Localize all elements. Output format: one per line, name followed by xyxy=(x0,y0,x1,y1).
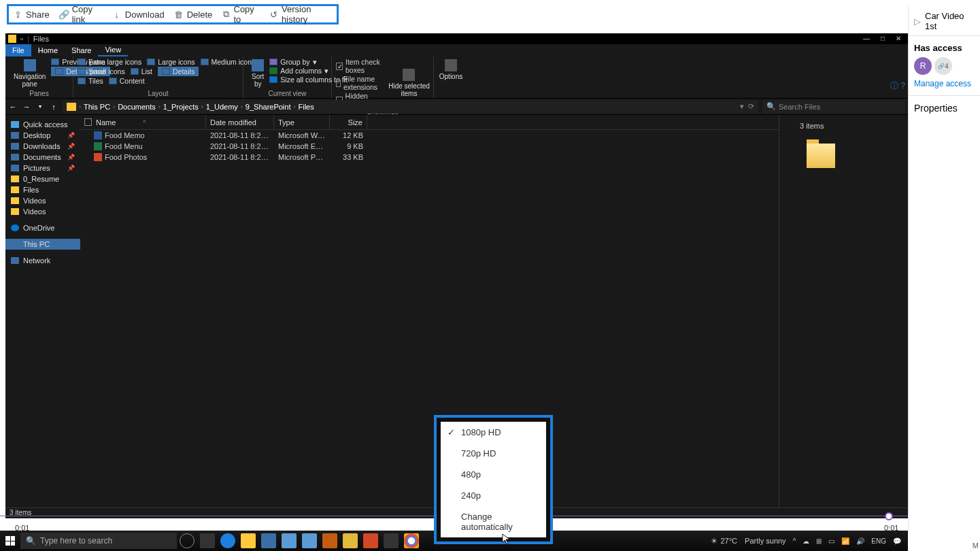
crumb-sharepoint[interactable]: 9_SharePoint xyxy=(246,103,291,111)
nav-network[interactable]: Network xyxy=(5,255,80,266)
layout-content[interactable]: Content xyxy=(109,77,145,85)
volume-icon[interactable]: 🔊 xyxy=(856,537,864,545)
titlebar-icon-small: ▫ xyxy=(20,35,23,43)
maximize-button[interactable]: □ xyxy=(881,35,885,42)
quality-option[interactable]: 480p xyxy=(441,464,546,485)
nav-quick-access[interactable]: Quick access xyxy=(5,119,80,130)
tab-home[interactable]: Home xyxy=(31,44,65,56)
layout-small[interactable]: Small icons xyxy=(78,67,125,76)
download-button[interactable]: ↓Download xyxy=(112,10,165,20)
nav-videos[interactable]: Videos xyxy=(5,195,80,206)
delete-button[interactable]: 🗑Delete xyxy=(174,10,213,20)
sort-by-button[interactable]: Sort by xyxy=(248,58,268,89)
search-box[interactable]: 🔍 Search Files xyxy=(762,100,905,114)
tray-icon[interactable]: ⊞ xyxy=(816,537,822,545)
nav-onedrive[interactable]: OneDrive xyxy=(5,222,80,233)
avatar-count[interactable]: 🔗4 xyxy=(934,57,952,75)
weather-widget[interactable]: ☀27°C Partly sunny xyxy=(711,537,785,546)
language-indicator[interactable]: ENG xyxy=(871,537,886,545)
edge-icon[interactable] xyxy=(220,533,235,548)
recent-button[interactable]: ▾ xyxy=(35,102,45,112)
up-button[interactable]: ↑ xyxy=(49,102,58,112)
layout-list[interactable]: List xyxy=(131,67,152,76)
col-type[interactable]: Type xyxy=(274,115,330,129)
chrome-icon[interactable] xyxy=(404,533,419,548)
nav-downloads[interactable]: Downloads📌 xyxy=(5,141,80,152)
cortana-icon[interactable] xyxy=(180,533,195,548)
refresh-button[interactable]: ⟳ xyxy=(748,102,754,111)
documents-icon xyxy=(11,154,19,161)
folder-icon xyxy=(11,186,19,193)
quality-option[interactable]: Change automatically xyxy=(441,506,546,537)
layout-extra-large[interactable]: Extra large icons xyxy=(78,58,141,66)
tab-file[interactable]: File xyxy=(5,44,31,56)
crumb-documents[interactable]: Documents xyxy=(118,103,156,111)
app-icon[interactable] xyxy=(384,533,399,548)
manage-access-link[interactable]: Manage access xyxy=(914,79,975,88)
nav-files[interactable]: Files xyxy=(5,184,80,195)
tab-share[interactable]: Share xyxy=(65,44,98,56)
crumb-files[interactable]: Files xyxy=(299,103,314,111)
crumb-thispc[interactable]: This PC xyxy=(84,103,110,111)
nav-documents[interactable]: Documents📌 xyxy=(5,152,80,163)
nav-desktop[interactable]: Desktop📌 xyxy=(5,130,80,141)
trash-icon: 🗑 xyxy=(174,10,184,19)
select-all-checkbox[interactable] xyxy=(84,118,92,126)
col-name[interactable]: Name^ xyxy=(80,115,206,129)
start-button[interactable] xyxy=(0,531,20,551)
seek-thumb[interactable] xyxy=(885,512,893,520)
app-icon[interactable] xyxy=(363,533,378,548)
folder-large-icon xyxy=(807,144,835,168)
navigation-pane-button[interactable]: Navigation pane xyxy=(10,58,50,89)
file-size: 9 KB xyxy=(330,142,367,150)
col-date[interactable]: Date modified xyxy=(206,115,274,129)
tab-view[interactable]: View xyxy=(98,44,128,56)
copy-to-button[interactable]: ⧉Copy to xyxy=(222,4,260,24)
task-view-icon[interactable] xyxy=(200,533,215,548)
ribbon-help-button[interactable]: ⓘ ? xyxy=(890,80,905,92)
store-icon[interactable] xyxy=(261,533,276,548)
onedrive-tray-icon[interactable]: ☁ xyxy=(802,537,809,545)
file-extensions-toggle[interactable]: File name extensions xyxy=(336,75,380,91)
crumb-udemy[interactable]: 1_Udemy xyxy=(206,103,238,111)
nav-pictures[interactable]: Pictures📌 xyxy=(5,163,80,173)
back-button[interactable]: ← xyxy=(8,102,18,112)
tray-chevron-icon[interactable]: ^ xyxy=(793,537,796,545)
taskbar-search[interactable]: 🔍Type here to search xyxy=(20,533,177,549)
app-icon[interactable] xyxy=(322,533,337,548)
col-size[interactable]: Size xyxy=(330,115,367,129)
nav-resume[interactable]: 0_Resume xyxy=(5,173,80,184)
close-button[interactable]: ✕ xyxy=(896,35,901,42)
preview-pane: 3 items xyxy=(779,115,908,515)
explorer-icon[interactable] xyxy=(241,533,256,548)
layout-tiles[interactable]: Tiles xyxy=(78,77,103,85)
nav-videos2[interactable]: Videos xyxy=(5,206,80,217)
app-icon[interactable] xyxy=(343,533,358,548)
share-button[interactable]: ⇪Share xyxy=(13,10,50,20)
quality-option[interactable]: 240p xyxy=(441,485,546,506)
wifi-icon[interactable]: 📶 xyxy=(841,537,849,545)
nav-this-pc[interactable]: This PC xyxy=(5,239,80,250)
copy-link-button[interactable]: 🔗Copy link xyxy=(59,4,103,24)
minimize-button[interactable]: — xyxy=(863,35,870,42)
file-row[interactable]: Food Photos2021-08-11 8:29 PMMicrosoft P… xyxy=(80,152,779,163)
file-row[interactable]: Food Memo2021-08-11 8:28 PMMicrosoft Wor… xyxy=(80,130,779,141)
forward-button[interactable]: → xyxy=(22,102,31,112)
quality-option[interactable]: 720p HD xyxy=(441,443,546,464)
app-icon[interactable] xyxy=(302,533,317,548)
layout-details[interactable]: Details xyxy=(158,67,199,76)
file-row[interactable]: Food Menu2021-08-11 8:29 PMMicrosoft Exc… xyxy=(80,141,779,152)
breadcrumb-path[interactable]: › This PC› Documents› 1_Projects› 1_Udem… xyxy=(63,100,758,114)
avatar[interactable]: R xyxy=(914,57,932,75)
item-check-boxes-toggle[interactable]: Item check boxes xyxy=(336,58,380,74)
app-icon[interactable] xyxy=(282,533,297,548)
options-button[interactable]: Options xyxy=(438,58,464,82)
version-history-button[interactable]: ↺Version history xyxy=(270,4,333,24)
battery-icon[interactable]: ▭ xyxy=(828,537,834,545)
crumb-projects[interactable]: 1_Projects xyxy=(163,103,199,111)
quality-option[interactable]: 1080p HD xyxy=(441,422,546,443)
layout-large[interactable]: Large icons xyxy=(147,58,195,66)
path-dropdown-icon[interactable]: ▾ xyxy=(740,102,744,111)
folder-icon xyxy=(11,197,19,204)
notifications-icon[interactable]: 💬 xyxy=(893,537,901,545)
